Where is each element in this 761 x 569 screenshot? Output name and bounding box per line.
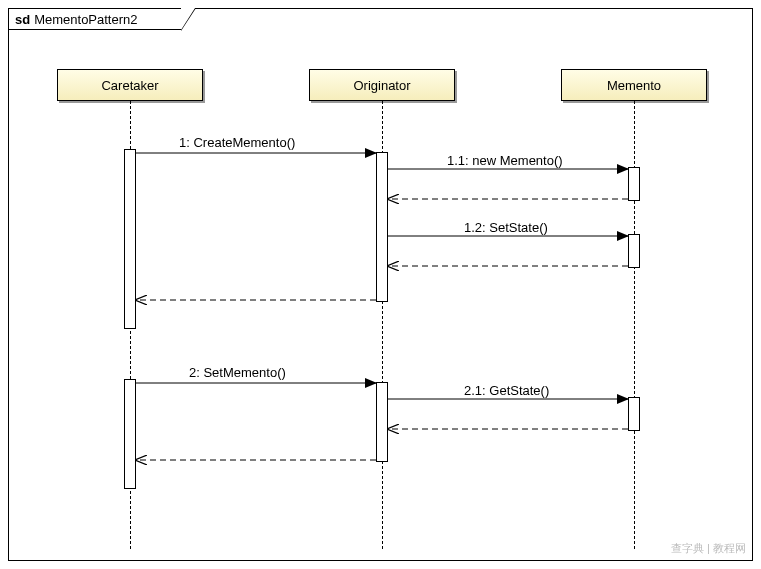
msg-create-memento: 1: CreateMemento() xyxy=(179,135,295,150)
activation-memento-3 xyxy=(628,397,640,431)
activation-originator-2 xyxy=(376,382,388,462)
participant-label: Originator xyxy=(353,78,410,93)
msg-set-state: 1.2: SetState() xyxy=(464,220,548,235)
participant-memento: Memento xyxy=(561,69,707,101)
participant-originator: Originator xyxy=(309,69,455,101)
activation-caretaker-2 xyxy=(124,379,136,489)
frame-name: MementoPattern2 xyxy=(34,12,137,27)
sequence-frame: sd MementoPattern2 Caretaker Originator … xyxy=(8,8,753,561)
frame-prefix: sd xyxy=(15,12,30,27)
activation-originator-1 xyxy=(376,152,388,302)
msg-get-state: 2.1: GetState() xyxy=(464,383,549,398)
msg-set-memento: 2: SetMemento() xyxy=(189,365,286,380)
participant-caretaker: Caretaker xyxy=(57,69,203,101)
msg-new-memento: 1.1: new Memento() xyxy=(447,153,563,168)
watermark-text: 查字典 | 教程网 xyxy=(671,541,746,556)
participant-label: Memento xyxy=(607,78,661,93)
activation-memento-1 xyxy=(628,167,640,201)
frame-title: sd MementoPattern2 xyxy=(8,8,182,30)
activation-caretaker-1 xyxy=(124,149,136,329)
participant-label: Caretaker xyxy=(101,78,158,93)
activation-memento-2 xyxy=(628,234,640,268)
